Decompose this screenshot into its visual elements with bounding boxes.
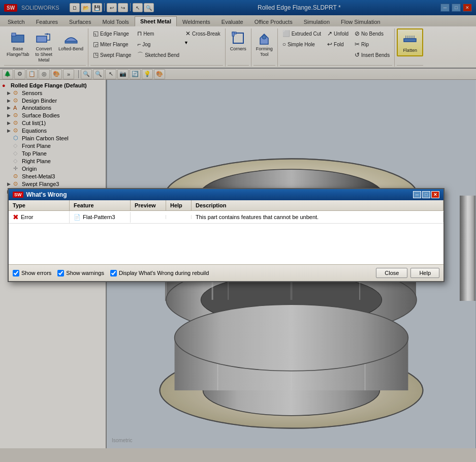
dialog-empty-area bbox=[9, 224, 443, 264]
show-warnings-checkbox[interactable] bbox=[57, 270, 64, 276]
dialog-overlay: SW What's Wrong ─ □ ✕ Type Feature Previ… bbox=[0, 0, 476, 462]
show-warnings-label: Show warnings bbox=[66, 270, 104, 276]
dialog-row-0[interactable]: ✖ Error 📄 Flat-Pattern3 This part contai… bbox=[9, 211, 443, 224]
col-header-help-label: Help bbox=[170, 202, 182, 208]
display-whats-wrong-checkbox-label[interactable]: Display What's Wrong during rebuild bbox=[110, 270, 209, 276]
dialog-titlebar: SW What's Wrong ─ □ ✕ bbox=[9, 189, 443, 200]
row-type-0: ✖ Error bbox=[9, 211, 70, 223]
dialog-header-row: Type Feature Preview Help Description bbox=[9, 200, 443, 211]
show-warnings-checkbox-label[interactable]: Show warnings bbox=[57, 270, 104, 276]
error-icon-0: ✖ bbox=[13, 213, 19, 221]
dialog-minimize-btn[interactable]: ─ bbox=[413, 191, 421, 198]
dialog-content: Type Feature Preview Help Description ✖ … bbox=[9, 200, 443, 281]
dialog-close-btn[interactable]: Close bbox=[376, 268, 407, 278]
dialog-sw-logo: SW bbox=[13, 192, 23, 198]
row-preview-0 bbox=[131, 215, 166, 219]
dialog-maximize-btn[interactable]: □ bbox=[422, 191, 430, 198]
col-header-preview-label: Preview bbox=[135, 202, 156, 208]
dialog-close-titlebar-btn[interactable]: ✕ bbox=[431, 191, 439, 198]
show-errors-label: Show errors bbox=[21, 270, 51, 276]
dialog-help-btn[interactable]: Help bbox=[410, 268, 439, 278]
col-header-feature[interactable]: Feature bbox=[70, 200, 131, 210]
dialog-title: What's Wrong bbox=[26, 191, 67, 198]
display-whats-wrong-label: Display What's Wrong during rebuild bbox=[119, 270, 209, 276]
row-feature-0: 📄 Flat-Pattern3 bbox=[70, 212, 131, 223]
dialog-footer: Show errors Show warnings Display What's… bbox=[9, 264, 443, 281]
dialog-rows: ✖ Error 📄 Flat-Pattern3 This part contai… bbox=[9, 211, 443, 264]
col-header-preview[interactable]: Preview bbox=[131, 200, 166, 210]
row-help-0 bbox=[166, 215, 192, 219]
show-errors-checkbox-label[interactable]: Show errors bbox=[13, 270, 51, 276]
row-type-label-0: Error bbox=[21, 214, 33, 220]
whats-wrong-dialog: SW What's Wrong ─ □ ✕ Type Feature Previ… bbox=[8, 188, 445, 282]
show-errors-checkbox[interactable] bbox=[13, 270, 19, 276]
row-feature-label-0: Flat-Pattern3 bbox=[83, 214, 115, 220]
col-header-type: Type bbox=[9, 200, 70, 210]
col-header-feature-label: Feature bbox=[74, 202, 94, 208]
col-header-help[interactable]: Help bbox=[166, 200, 192, 210]
dialog-footer-buttons: Close Help bbox=[376, 268, 439, 278]
col-header-description: Description bbox=[192, 200, 443, 210]
display-whats-wrong-checkbox[interactable] bbox=[110, 270, 117, 276]
feature-icon-0: 📄 bbox=[74, 214, 81, 221]
row-desc-0: This part contains features that cannot … bbox=[192, 212, 443, 222]
